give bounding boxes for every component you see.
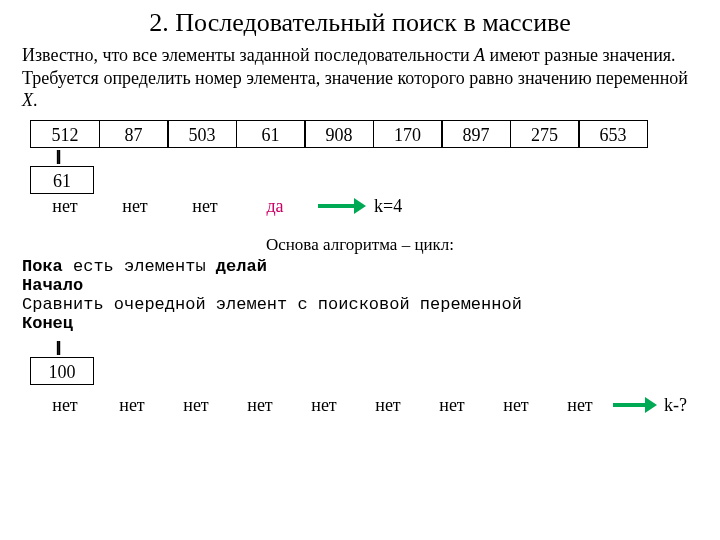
result-label: нет [484, 395, 548, 416]
intro-text: Известно, что все элементы заданной посл… [0, 44, 720, 120]
array-cell: 61 [236, 120, 306, 148]
array-cell: 908 [304, 120, 374, 148]
result-label: нет [228, 395, 292, 416]
result-label: нет [100, 395, 164, 416]
result-label: нет [164, 395, 228, 416]
array-cell: 170 [373, 120, 443, 148]
result-label: нет [420, 395, 484, 416]
algo-line3: Сравнить очередной элемент с поисковой п… [22, 295, 698, 314]
vertical-bars-icon: II [55, 148, 720, 166]
array-row: 512 87 503 61 908 170 897 275 653 [30, 120, 720, 148]
result-label: нет [356, 395, 420, 416]
result-k: k=4 [374, 196, 424, 217]
result-label-match: да [240, 196, 310, 217]
arrow-right-icon [310, 197, 374, 215]
intro-line1a: Известно, что все элементы заданной посл… [22, 45, 474, 65]
search-value-box: 61 [30, 166, 94, 194]
svg-marker-1 [354, 198, 366, 214]
algo-line1: Пока есть элементы делай [22, 257, 698, 276]
algo-line4: Конец [22, 314, 698, 333]
page-title: 2. Последовательный поиск в массиве [0, 0, 720, 44]
result-label: нет [548, 395, 612, 416]
result-label: нет [30, 395, 100, 416]
results-row-2: нет нет нет нет нет нет нет нет нет k-? [30, 385, 720, 416]
array-cell: 87 [99, 120, 169, 148]
result-label: нет [30, 196, 100, 217]
algo-line2: Начало [22, 276, 698, 295]
intro-var-A: A [474, 45, 485, 65]
vertical-bars-icon: II [55, 339, 720, 357]
array-cell: 275 [510, 120, 580, 148]
arrow-right-icon [612, 396, 658, 414]
search-value-box-2: 100 [30, 357, 94, 385]
array-cell: 653 [578, 120, 648, 148]
array-cell: 897 [441, 120, 511, 148]
intro-line1b: имеют разные значения. [485, 45, 676, 65]
array-cell: 503 [167, 120, 237, 148]
algo-title: Основа алгоритма – цикл: [22, 235, 698, 257]
array-cell: 512 [30, 120, 100, 148]
result-label: нет [100, 196, 170, 217]
results-row-1: нет нет нет да k=4 [30, 194, 720, 217]
intro-var-X: X [22, 90, 33, 110]
intro-period: . [33, 90, 38, 110]
intro-line2: Требуется определить номер элемента, зна… [22, 68, 688, 88]
result-label: нет [292, 395, 356, 416]
result-k-question: k-? [658, 395, 687, 416]
algorithm-block: Основа алгоритма – цикл: Пока есть элеме… [0, 217, 720, 339]
svg-marker-3 [645, 397, 657, 413]
result-label: нет [170, 196, 240, 217]
